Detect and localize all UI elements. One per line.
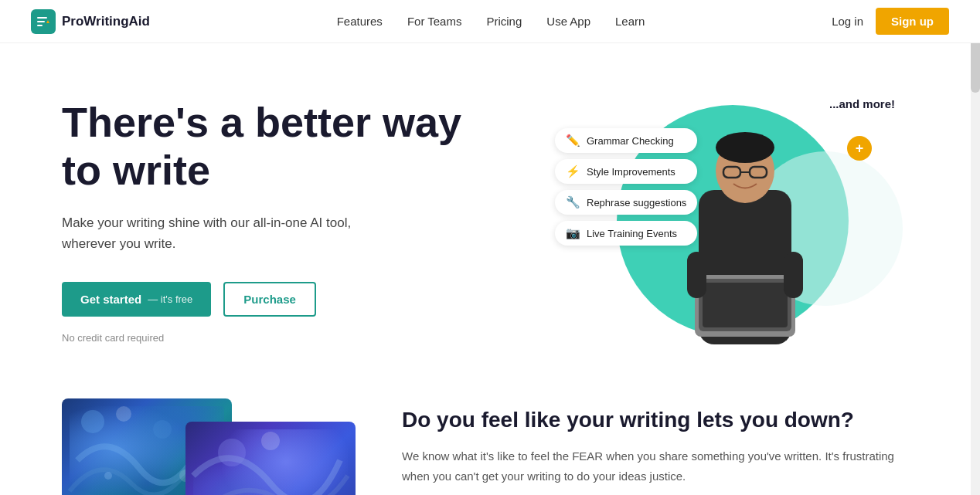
hero-right: ...and more! + ✏️ Grammar Checking ⚡ Sty… bbox=[547, 90, 918, 352]
style-icon: ⚡ bbox=[566, 164, 580, 178]
svg-point-20 bbox=[261, 432, 280, 450]
and-more-text: ...and more! bbox=[829, 97, 895, 110]
svg-point-15 bbox=[116, 406, 131, 422]
second-section-text: We know what it's like to feel the FEAR … bbox=[402, 446, 918, 486]
purchase-button[interactable]: Purchase bbox=[223, 282, 316, 317]
svg-point-18 bbox=[104, 472, 112, 480]
nav-links: Features For Teams Pricing Use App Learn bbox=[337, 15, 645, 29]
get-started-label: Get started bbox=[80, 293, 141, 306]
hero-left: There's a better way to write Make your … bbox=[62, 98, 464, 344]
feature-card-rephrase: 🔧 Rephrase suggestions bbox=[555, 190, 697, 215]
rephrase-label: Rephrase suggestions bbox=[587, 197, 686, 209]
training-icon: 📷 bbox=[566, 226, 580, 240]
svg-rect-1 bbox=[37, 21, 45, 22]
style-label: Style Improvements bbox=[587, 166, 675, 178]
logo-link[interactable]: ProWritingAid bbox=[31, 9, 150, 34]
svg-rect-12 bbox=[687, 252, 706, 298]
svg-rect-11 bbox=[703, 283, 788, 327]
no-credit-text: No credit card required bbox=[62, 332, 464, 344]
nav-features[interactable]: Features bbox=[337, 15, 383, 28]
training-label: Live Training Events bbox=[587, 228, 677, 239]
get-started-button[interactable]: Get started — it's free bbox=[62, 282, 211, 317]
feature-card-style: ⚡ Style Improvements bbox=[555, 159, 697, 184]
second-right-text: Do you feel like your writing lets you d… bbox=[402, 398, 918, 486]
plus-badge: + bbox=[847, 136, 872, 161]
login-button[interactable]: Log in bbox=[832, 15, 863, 28]
person-figure bbox=[683, 128, 807, 352]
svg-rect-2 bbox=[37, 25, 43, 26]
svg-point-14 bbox=[81, 410, 104, 433]
logo-icon bbox=[31, 9, 56, 34]
feature-card-training: 📷 Live Training Events bbox=[555, 221, 697, 246]
nav-for-teams[interactable]: For Teams bbox=[407, 15, 462, 28]
hero-buttons: Get started — it's free Purchase bbox=[62, 282, 464, 317]
hero-illustration: ...and more! + ✏️ Grammar Checking ⚡ Sty… bbox=[547, 90, 918, 352]
svg-rect-0 bbox=[37, 17, 47, 19]
feature-cards: ✏️ Grammar Checking ⚡ Style Improvements… bbox=[555, 128, 697, 246]
nav-pricing[interactable]: Pricing bbox=[486, 15, 522, 28]
signup-button[interactable]: Sign up bbox=[876, 8, 949, 35]
nav-use-app[interactable]: Use App bbox=[546, 15, 590, 28]
painting-card-2 bbox=[185, 422, 356, 495]
grammar-icon: ✏️ bbox=[566, 134, 580, 147]
free-label: — it's free bbox=[148, 293, 192, 305]
brand-name: ProWritingAid bbox=[62, 14, 150, 29]
grammar-label: Grammar Checking bbox=[587, 135, 674, 147]
svg-rect-13 bbox=[784, 252, 803, 298]
hero-subtitle: Make your writing shine with our all-in-… bbox=[62, 212, 371, 254]
nav-actions: Log in Sign up bbox=[832, 8, 949, 35]
rephrase-icon: 🔧 bbox=[566, 195, 580, 209]
navbar: ProWritingAid Features For Teams Pricing… bbox=[0, 0, 980, 43]
feature-card-grammar: ✏️ Grammar Checking bbox=[555, 128, 697, 153]
page-scrollbar[interactable] bbox=[971, 0, 980, 495]
nav-learn[interactable]: Learn bbox=[615, 15, 645, 28]
svg-point-5 bbox=[716, 132, 774, 163]
hero-section: There's a better way to write Make your … bbox=[0, 43, 980, 383]
second-section-title: Do you feel like your writing lets you d… bbox=[402, 406, 918, 434]
second-section: My idea in my head Do you feel like your… bbox=[0, 383, 980, 495]
second-left-images: My idea in my head bbox=[62, 398, 356, 495]
svg-point-16 bbox=[153, 420, 172, 439]
hero-title: There's a better way to write bbox=[62, 98, 464, 194]
